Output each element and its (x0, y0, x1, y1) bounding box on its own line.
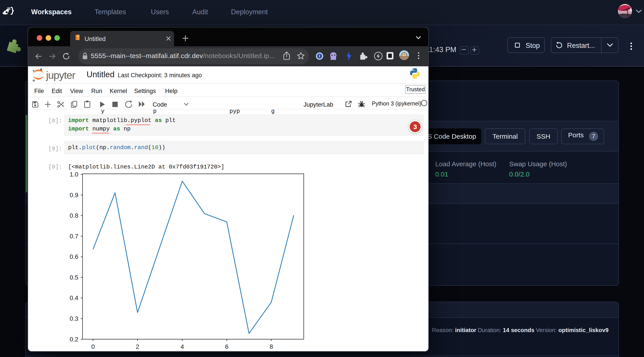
svg-text:1.0: 1.0 (70, 172, 78, 178)
svg-text:0.6: 0.6 (70, 253, 78, 260)
svg-text:0: 0 (91, 343, 95, 350)
svg-text:0.3: 0.3 (70, 315, 78, 322)
svg-text:0.7: 0.7 (70, 233, 78, 240)
svg-text:0.2: 0.2 (70, 336, 78, 343)
svg-text:0.9: 0.9 (70, 192, 78, 198)
svg-text:2: 2 (136, 343, 139, 350)
svg-text:6: 6 (225, 343, 228, 350)
svg-text:0.8: 0.8 (70, 212, 78, 219)
svg-text:4: 4 (180, 343, 184, 350)
svg-text:0.5: 0.5 (70, 274, 78, 281)
svg-text:8: 8 (270, 343, 273, 350)
svg-text:0.4: 0.4 (70, 294, 78, 301)
